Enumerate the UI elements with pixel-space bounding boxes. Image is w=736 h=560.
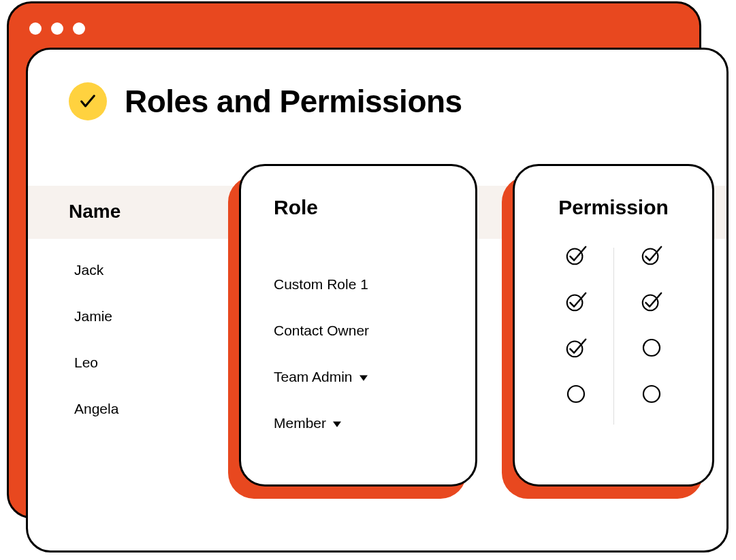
role-label: Member <box>274 415 326 431</box>
caret-down-icon <box>359 369 368 385</box>
permission-grid <box>515 244 712 406</box>
svg-marker-0 <box>359 375 368 380</box>
svg-point-3 <box>642 249 658 265</box>
permission-toggle[interactable] <box>564 382 588 406</box>
role-dropdown[interactable]: Member <box>274 400 448 446</box>
permission-toggle[interactable] <box>640 244 663 267</box>
svg-point-6 <box>566 342 582 357</box>
svg-point-2 <box>566 249 582 265</box>
page-title: Roles and Permissions <box>125 83 462 120</box>
user-name: Jack <box>74 262 118 278</box>
name-column-header: Name <box>69 201 121 223</box>
role-card: Role Custom Role 1 Contact Owner Team Ad… <box>239 164 477 487</box>
permission-card: Permission <box>513 164 714 487</box>
role-label: Contact Owner <box>274 323 369 339</box>
user-name: Leo <box>74 355 118 371</box>
svg-point-4 <box>566 295 582 311</box>
permission-toggle[interactable] <box>640 382 663 406</box>
role-label: Team Admin <box>274 369 353 385</box>
permission-toggle[interactable] <box>564 336 588 359</box>
user-name: Jamie <box>74 308 118 325</box>
window-dot <box>51 22 63 35</box>
check-badge-icon <box>69 82 107 120</box>
permission-toggle[interactable] <box>640 336 663 359</box>
svg-marker-1 <box>333 421 341 427</box>
permission-toggle[interactable] <box>564 244 588 267</box>
permission-toggle[interactable] <box>564 290 588 313</box>
role-column-header: Role <box>274 196 448 219</box>
role-value: Custom Role 1 <box>274 261 448 308</box>
main-window: Roles and Permissions Name Jack Jamie Le… <box>26 48 729 553</box>
role-value: Contact Owner <box>274 308 448 354</box>
window-dot <box>29 22 42 35</box>
user-name: Angela <box>74 401 118 417</box>
role-dropdown[interactable]: Team Admin <box>274 354 448 400</box>
role-label: Custom Role 1 <box>274 276 368 293</box>
permission-toggle[interactable] <box>640 290 663 313</box>
page-header: Roles and Permissions <box>69 82 462 120</box>
svg-point-5 <box>642 295 658 311</box>
window-dot <box>73 22 85 35</box>
svg-point-9 <box>643 386 660 402</box>
svg-point-8 <box>568 386 584 402</box>
window-controls <box>29 22 85 35</box>
svg-point-7 <box>643 340 660 356</box>
caret-down-icon <box>333 415 341 431</box>
permission-column-header: Permission <box>515 196 712 219</box>
name-list: Jack Jamie Leo Angela <box>74 262 118 447</box>
permission-divider <box>613 248 614 425</box>
